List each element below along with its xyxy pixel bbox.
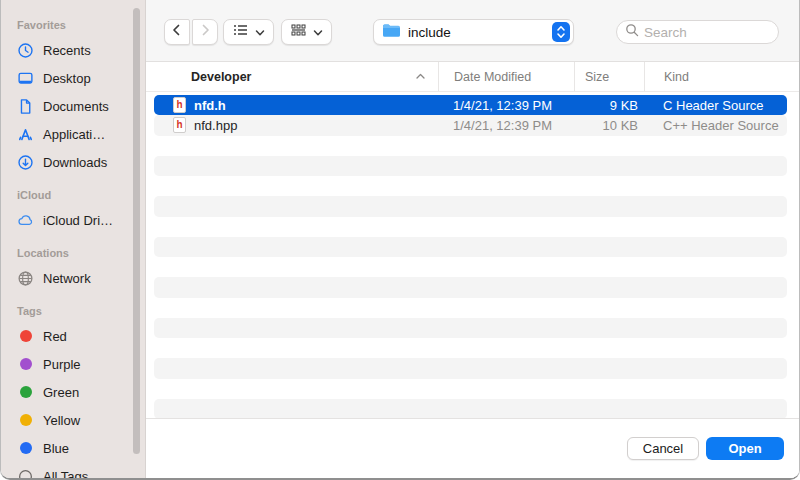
empty-row	[154, 318, 787, 338]
sidebar-item-tag-purple[interactable]: Purple	[1, 350, 145, 378]
file-list: h nfd.h 1/4/21, 12:39 PM 9 KB C Header S…	[146, 92, 799, 418]
appstore-icon	[17, 126, 34, 143]
sidebar-item-icloud-drive[interactable]: iCloud Dri…	[1, 206, 145, 234]
sidebar-item-downloads[interactable]: Downloads	[1, 148, 145, 176]
sidebar-item-network[interactable]: Network	[1, 264, 145, 292]
sidebar-item-tag-blue[interactable]: Blue	[1, 434, 145, 462]
empty-row	[154, 277, 787, 297]
file-size-cell: 10 KB	[574, 118, 644, 133]
sidebar-item-tag-green[interactable]: Green	[1, 378, 145, 406]
green-tag-icon	[17, 384, 34, 401]
file-kind-cell: C++ Header Source	[644, 118, 787, 133]
file-size-cell: 9 KB	[574, 98, 644, 113]
sidebar-item-tag-red[interactable]: Red	[1, 322, 145, 350]
group-view-icon	[291, 23, 306, 41]
sidebar-item-label: Documents	[43, 99, 109, 114]
header-file-icon: h	[173, 97, 186, 113]
file-date-cell: 1/4/21, 12:39 PM	[438, 98, 574, 113]
sidebar-item-label: Purple	[43, 357, 81, 372]
sidebar-item-label: Downloads	[43, 155, 107, 170]
globe-icon	[17, 270, 34, 287]
sidebar-item-recents[interactable]: Recents	[1, 36, 145, 64]
column-header-name[interactable]: Developer	[146, 62, 438, 91]
sidebar-item-label: All Tags	[43, 469, 88, 479]
sidebar-item-desktop[interactable]: Desktop	[1, 64, 145, 92]
table-column-headers: Developer Date Modified Size Kind	[146, 62, 799, 92]
sidebar-item-applications[interactable]: Applicati…	[1, 120, 145, 148]
popup-stepper-icon	[552, 22, 570, 42]
search-icon	[625, 23, 639, 41]
sidebar: Favorites Recents Desktop Documents Appl…	[1, 0, 146, 478]
blue-tag-icon	[17, 440, 34, 457]
sidebar-item-all-tags[interactable]: All Tags	[1, 462, 145, 478]
sidebar-item-tag-yellow[interactable]: Yellow	[1, 406, 145, 434]
chevron-right-icon	[198, 23, 212, 41]
empty-row	[154, 298, 787, 318]
clock-icon	[17, 42, 34, 59]
chevron-left-icon	[170, 23, 184, 41]
empty-row	[154, 338, 787, 358]
column-header-kind[interactable]: Kind	[644, 62, 799, 91]
list-view-icon	[233, 23, 248, 41]
empty-row	[154, 358, 787, 378]
yellow-tag-icon	[17, 412, 34, 429]
empty-row	[154, 257, 787, 277]
cloud-icon	[17, 212, 34, 229]
group-view-menu-button[interactable]	[281, 19, 332, 45]
sidebar-section-favorites: Favorites	[1, 16, 145, 34]
empty-row	[154, 176, 787, 196]
download-icon	[17, 154, 34, 171]
file-date-cell: 1/4/21, 12:39 PM	[438, 118, 574, 133]
sidebar-item-label: Recents	[43, 43, 91, 58]
header-file-icon: h	[173, 117, 186, 133]
sort-ascending-icon	[415, 71, 426, 85]
search-input[interactable]	[644, 25, 770, 40]
chevron-down-icon	[313, 23, 323, 41]
open-file-dialog: Favorites Recents Desktop Documents Appl…	[0, 0, 800, 480]
desktop-icon	[17, 70, 34, 87]
file-kind-cell: C Header Source	[644, 98, 787, 113]
sidebar-item-label: Network	[43, 271, 91, 286]
empty-row	[154, 399, 787, 418]
red-tag-icon	[17, 328, 34, 345]
sidebar-section-locations: Locations	[1, 244, 145, 262]
file-row-nfd-h[interactable]: h nfd.h 1/4/21, 12:39 PM 9 KB C Header S…	[154, 95, 787, 115]
column-header-size[interactable]: Size	[574, 62, 644, 91]
file-name-cell: h nfd.hpp	[154, 117, 438, 133]
empty-row	[154, 217, 787, 237]
file-name-cell: h nfd.h	[154, 97, 438, 113]
empty-row	[154, 196, 787, 216]
file-row-nfd-hpp[interactable]: h nfd.hpp 1/4/21, 12:39 PM 10 KB C++ Hea…	[154, 115, 787, 135]
chevron-down-icon	[255, 23, 265, 41]
sidebar-item-label: Yellow	[43, 413, 80, 428]
folder-popup-button[interactable]: include	[373, 19, 574, 45]
forward-button[interactable]	[192, 19, 218, 45]
sidebar-section-tags: Tags	[1, 302, 145, 320]
dialog-footer: Cancel Open	[146, 418, 799, 478]
sidebar-item-label: Applicati…	[43, 127, 105, 142]
file-name: nfd.hpp	[194, 118, 237, 133]
empty-row	[154, 136, 787, 156]
sidebar-section-icloud: iCloud	[1, 186, 145, 204]
file-name: nfd.h	[194, 98, 226, 113]
open-button[interactable]: Open	[706, 437, 784, 460]
sidebar-item-label: iCloud Dri…	[43, 213, 113, 228]
sidebar-item-label: Red	[43, 329, 67, 344]
column-header-date-modified[interactable]: Date Modified	[438, 62, 574, 91]
sidebar-scrollbar[interactable]	[133, 8, 140, 454]
document-icon	[17, 98, 34, 115]
all-tags-icon	[17, 468, 34, 479]
main-panel: include Developer Date Modified	[146, 0, 799, 478]
back-button[interactable]	[164, 19, 190, 45]
empty-row	[154, 156, 787, 176]
purple-tag-icon	[17, 356, 34, 373]
toolbar: include	[146, 0, 799, 62]
sidebar-item-label: Blue	[43, 441, 69, 456]
empty-row	[154, 237, 787, 257]
sidebar-item-label: Green	[43, 385, 79, 400]
list-view-menu-button[interactable]	[223, 19, 274, 45]
cancel-button[interactable]: Cancel	[627, 437, 699, 460]
search-field[interactable]	[616, 20, 779, 44]
folder-popup-value: include	[408, 25, 545, 40]
sidebar-item-documents[interactable]: Documents	[1, 92, 145, 120]
